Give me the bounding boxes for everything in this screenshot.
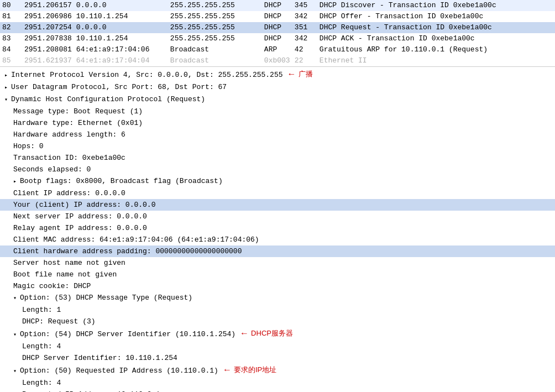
detail-field: Your (client) IP address: 0.0.0.0 — [0, 199, 555, 211]
detail-field: DHCP Server Identifier: 10.110.1.254 — [0, 352, 555, 364]
detail-panel: Internet Protocol Version 4, Src: 0.0.0.… — [0, 66, 555, 392]
detail-field: Length: 1 — [0, 304, 555, 316]
detail-section-dhcp[interactable]: Dynamic Host Configuration Protocol (Req… — [0, 93, 555, 106]
detail-field: Hardware type: Ethernet (0x01) — [0, 117, 555, 129]
detail-field: Next server IP address: 0.0.0.0 — [0, 211, 555, 222]
detail-field: Message type: Boot Request (1) — [0, 106, 555, 117]
table-row[interactable]: 802951.2061570.0.0.0255.255.255.255DHCP3… — [0, 0, 555, 11]
detail-field: Magic cookie: DHCP — [0, 280, 555, 292]
detail-field: Requested IP Address: 10.110.0.1 — [0, 389, 555, 392]
table-row[interactable]: 822951.2072540.0.0.0255.255.255.255DHCP3… — [0, 22, 555, 33]
detail-field: Transaction ID: 0xebe1a00c — [0, 152, 555, 164]
table-row[interactable]: 852951.62193764:e1:a9:17:04:04Broadcast0… — [0, 55, 555, 66]
detail-field: Relay agent IP address: 0.0.0.0 — [0, 222, 555, 234]
detail-field[interactable]: Bootp flags: 0x8000, Broadcast flag (Bro… — [0, 175, 555, 187]
detail-field[interactable]: Option: (53) DHCP Message Type (Request) — [0, 292, 555, 304]
packet-table: 802951.2061570.0.0.0255.255.255.255DHCP3… — [0, 0, 555, 66]
detail-field[interactable]: Option: (54) DHCP Server Identifier (10.… — [0, 327, 555, 341]
detail-section-udp[interactable]: User Datagram Protocol, Src Port: 68, Ds… — [0, 81, 555, 93]
detail-field: Client hardware address padding: 0000000… — [0, 245, 555, 257]
detail-section-ipv4[interactable]: Internet Protocol Version 4, Src: 0.0.0.… — [0, 68, 555, 81]
detail-field: Hops: 0 — [0, 140, 555, 152]
detail-field: DHCP: Request (3) — [0, 316, 555, 327]
detail-field: Length: 4 — [0, 377, 555, 389]
detail-field: Hardware address length: 6 — [0, 129, 555, 140]
table-row[interactable]: 832951.20783810.110.1.254255.255.255.255… — [0, 33, 555, 44]
detail-field: Client MAC address: 64:e1:a9:17:04:06 (6… — [0, 234, 555, 245]
detail-field: Boot file name not given — [0, 269, 555, 280]
detail-field: Client IP address: 0.0.0.0 — [0, 187, 555, 199]
detail-field: Server host name not given — [0, 257, 555, 269]
detail-field: Length: 4 — [0, 341, 555, 352]
detail-field[interactable]: Option: (50) Requested IP Address (10.11… — [0, 364, 555, 377]
detail-field: Seconds elapsed: 0 — [0, 164, 555, 175]
table-row[interactable]: 842951.20808164:e1:a9:17:04:06BroadcastA… — [0, 44, 555, 55]
table-row[interactable]: 812951.20698610.110.1.254255.255.255.255… — [0, 11, 555, 22]
